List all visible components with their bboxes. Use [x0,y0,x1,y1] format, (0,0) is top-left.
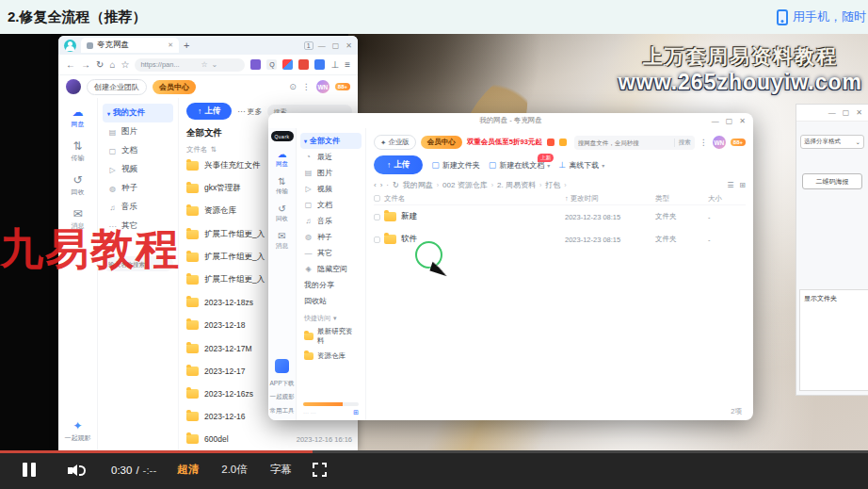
maximize-button[interactable]: ▢ [843,108,850,117]
rail-item[interactable]: ⇅ 传输 [72,139,85,163]
tab-counter-badge[interactable]: 1 [304,41,313,50]
back-icon[interactable]: ‹ [374,181,377,189]
rail-item[interactable]: ✉ 消息 [276,231,288,251]
minimize-button[interactable]: — [712,117,719,125]
sidebar-item[interactable]: ▢ 文档 [103,141,173,160]
quality-button[interactable]: 超清 [177,463,199,477]
promo-icon[interactable] [559,139,567,146]
breadcrumb-segment[interactable]: 002 资源仓库 [442,180,488,190]
speed-button[interactable]: 2.0倍 [221,463,248,477]
apps-grid-icon[interactable] [282,59,293,70]
sidebar-item[interactable]: 我的分享 [300,277,362,293]
qr-poster-button[interactable]: 二维码海报 [802,173,862,189]
promo-icon[interactable] [547,139,555,146]
video-stage[interactable]: 上万套周易资料教程 www.265zhouyiw.com 九易教程 夸克网盘 ✕… [0,34,868,489]
site-avatar[interactable] [66,79,81,94]
seek-bar[interactable] [0,450,868,453]
close-button[interactable]: ✕ [346,41,352,50]
vip-center-button[interactable]: 会员中心 [153,80,196,94]
quick-access-item[interactable]: 资源仓库 [300,349,362,364]
download-icon[interactable]: ⊥ [330,59,339,70]
scan-icon[interactable]: ⊙ [289,82,297,91]
more-button[interactable]: ⋯ 更多 [237,106,262,117]
search-input[interactable] [578,139,671,146]
row-checkbox[interactable] [374,214,380,220]
breadcrumb-segment[interactable]: 打包 [545,180,560,190]
new-tab-button[interactable]: + [184,40,189,51]
sidebar-item[interactable]: ▢ 文档 [300,197,362,213]
maximize-button[interactable]: ▢ [332,41,340,50]
sidebar-item[interactable]: ▤ 图片 [300,165,362,181]
breadcrumb-segment[interactable]: 2. 周易资料 [497,180,536,190]
address-star-icon[interactable]: ☆ [201,60,207,69]
file-row[interactable]: 新建 2023-12-23 08:15 文件夹 - [374,205,746,228]
minimize-button[interactable]: — [318,41,326,50]
refresh-icon[interactable]: ↻ [96,59,104,70]
menu-icon[interactable]: ≡ [345,59,350,70]
sidebar-item[interactable]: ◈ 隐藏空间 [300,261,362,277]
rail-item[interactable]: ☁ 网盘 [276,149,288,169]
subtitle-button[interactable]: 字幕 [270,463,292,477]
sidebar-item[interactable]: — 其它 [300,245,362,261]
quick-access-item[interactable]: 最新研究资料 [300,324,362,349]
volume-button[interactable] [68,463,87,478]
close-button[interactable]: ✕ [856,108,862,117]
rail-item[interactable]: ↺ 回收 [276,204,288,223]
rail-item[interactable]: ⇅ 传输 [276,176,288,196]
forward-icon[interactable]: → [81,59,90,70]
vip-center-button[interactable]: 会员中心 [421,136,462,149]
forward-icon[interactable]: › [380,181,383,189]
breadcrumb-segment[interactable]: 我的网盘 [403,180,433,190]
back-icon[interactable]: ← [66,59,75,70]
list-view-icon[interactable]: ☰ [727,181,733,189]
address-input[interactable] [140,60,197,69]
more-dots-icon[interactable]: ⋮ [699,138,708,147]
share-format-dropdown[interactable]: 选择分享格式 ⌄ [800,135,864,149]
promo-text[interactable]: 双重会员低至5折93元起 [467,138,542,147]
watch-together-label[interactable]: 一起观影 [269,393,296,400]
common-tools-label[interactable]: 常用工具 [269,407,296,415]
tab-close-icon[interactable]: ✕ [168,41,173,49]
address-dropdown-icon[interactable]: ⌄ [212,60,218,69]
sidebar-item[interactable]: ◍ 种子 [300,229,362,245]
search-button[interactable]: 搜索 [674,139,691,147]
new-folder-button[interactable]: ▢新建文件夹 [431,160,480,171]
home-icon[interactable]: ⌂ [109,59,115,70]
sidebar-item[interactable]: ♫ 音乐 [103,198,173,217]
sidebar-item-all-files[interactable]: ▾ 全部文件 [300,133,362,149]
search-box[interactable]: 搜索 [574,136,695,150]
new-doc-button[interactable]: ▢ 新建在线文档 ▾ 上新 [489,160,551,171]
mobile-link[interactable]: 用手机，随时 [777,8,866,25]
extension-icon-red[interactable] [298,59,309,70]
bookmark-icon[interactable]: ☆ [121,59,129,70]
browser-tab[interactable]: 夸克网盘 ✕ [81,38,179,53]
sidebar-item[interactable]: ◔ 最近 [300,149,362,165]
extension-icon-purple[interactable] [250,59,261,70]
sidebar-item-my-files[interactable]: ▾ 我的文件 [103,104,173,122]
upload-button[interactable]: ↑上传 [186,103,232,120]
browser-profile-avatar[interactable] [64,40,76,52]
minimize-button[interactable]: — [828,108,836,117]
extension-icon-blue[interactable] [314,59,325,70]
maximize-button[interactable]: ▢ [726,117,733,125]
file-row[interactable]: 600del 2023-12-16 16:16 [186,428,352,450]
rail-watch-together[interactable]: ✦ 一起观影 [65,419,91,443]
more-dots-icon[interactable]: ⋮ [302,82,311,91]
refresh-icon[interactable]: ↻ [393,181,399,189]
sidebar-item[interactable]: ♫ 音乐 [300,213,362,229]
offline-download-button[interactable]: ⊥ 离线下载 ▾ [558,160,604,171]
create-team-button[interactable]: 创建企业团队 [87,79,147,95]
enterprise-button[interactable]: ✦企业版 [374,135,416,150]
sidebar-item[interactable]: ▷ 视频 [300,181,362,197]
upload-button[interactable]: ↑上传 [374,155,423,174]
grid-view-icon[interactable]: ⊞ [739,181,746,189]
expand-storage-icon[interactable]: ⊞ [353,409,359,416]
app-download-icon[interactable] [275,359,289,373]
address-bar[interactable]: ☆ ⌄ [135,58,245,72]
row-checkbox[interactable] [374,236,380,243]
select-all-checkbox[interactable] [374,195,380,202]
sidebar-item[interactable]: ▤ 图片 [103,122,173,141]
fullscreen-button[interactable] [313,463,327,477]
sidebar-item[interactable]: ◍ 种子 [103,179,173,198]
rail-item[interactable]: ↺ 回收 [72,173,85,197]
